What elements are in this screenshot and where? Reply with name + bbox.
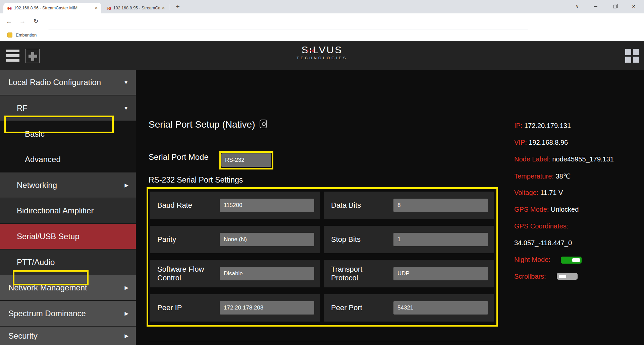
logo-antenna-icon (307, 44, 314, 55)
parity-select[interactable]: None (N) (220, 233, 314, 246)
sidebar-item-rf[interactable]: RF▼ (0, 95, 136, 121)
field-stop-bits: Stop Bits 1 (324, 226, 494, 253)
field-peer-port: Peer Port 54321 (324, 294, 494, 322)
chevron-down-icon: ▼ (123, 105, 128, 111)
browser-tab-inactive[interactable]: ((•)) 192.168.8.95 - StreamCaster MIM ✕ (103, 3, 168, 13)
tab-close-icon[interactable]: ✕ (95, 6, 98, 10)
bookmarks-bar: Embention (0, 29, 644, 41)
info-ip: IP: 172.20.179.131 (514, 122, 571, 130)
scrollbars-toggle[interactable] (557, 273, 578, 280)
dashboard-grid-icon[interactable] (625, 49, 639, 63)
field-label: Parity (157, 235, 176, 244)
field-parity: Parity None (N) (150, 226, 320, 253)
page-header: SıLVUS TECHNOLOGIES (0, 41, 644, 70)
browser-toolbar: ← → ↻ ▲ No es seguro 192.168.8.96 G ↗ ☆ … (0, 13, 644, 29)
chevron-right-icon: ▶ (124, 310, 128, 317)
browser-tab-strip: ((•)) 192.168.8.96 - StreamCaster MIM ✕ … (0, 0, 644, 13)
sidebar-item-security[interactable]: Security▶ (0, 327, 136, 345)
nav-sidebar: Local Radio Configuration▼ RF▼ Basic Adv… (0, 70, 136, 345)
sidebar-item-serial-usb-setup[interactable]: Serial/USB Setup (0, 224, 136, 250)
serial-port-mode-label: Serial Port Mode (149, 152, 209, 162)
page-title: Serial Port Setup (Native) (149, 119, 267, 130)
stop-bits-select[interactable]: 1 (393, 233, 488, 246)
sidebar-item-local-radio-configuration[interactable]: Local Radio Configuration▼ (0, 70, 136, 95)
tab-separator (170, 4, 170, 10)
serial-settings-icon (260, 120, 267, 128)
field-software-flow-control: Software Flow Control Disable (150, 260, 320, 287)
info-voltage: Voltage: 11.71 V (514, 189, 563, 197)
chevron-right-icon: ▶ (124, 333, 128, 339)
tab-close-icon[interactable]: ✕ (162, 6, 165, 10)
field-peer-ip: Peer IP 172.20.178.203 (150, 294, 320, 322)
section-divider (149, 341, 500, 341)
info-node-label: Node Label: node45955_179.131 (514, 155, 614, 163)
info-gps-coordinates-value: 34.057_-118.447_0 (514, 239, 572, 247)
new-tab-button[interactable]: + (173, 3, 182, 11)
forward-button[interactable]: → (17, 17, 28, 26)
window-minimize-button[interactable] (588, 0, 603, 13)
rs232-settings-heading: RS-232 Serial Port Settings (149, 176, 243, 185)
sidebar-item-basic[interactable]: Basic (0, 121, 136, 147)
scrollbars-label: Scrollbars: (514, 273, 546, 280)
peer-port-input[interactable]: 54321 (393, 301, 488, 315)
sidebar-item-ptt-audio[interactable]: PTT/Audio (0, 250, 136, 275)
reload-button[interactable]: ↻ (31, 17, 41, 26)
sidebar-item-bidirectional-amplifier[interactable]: Bidirectional Amplifier (0, 198, 136, 224)
sidebar-item-advanced[interactable]: Advanced (0, 147, 136, 172)
field-label: Software Flow Control (157, 265, 218, 282)
field-label: Peer IP (157, 303, 182, 312)
field-label: Peer Port (331, 303, 362, 312)
back-button[interactable]: ← (4, 17, 14, 26)
info-gps-mode: GPS Mode: Unlocked (514, 206, 579, 213)
transport-protocol-select[interactable]: UDP (393, 267, 488, 280)
field-baud-rate: Baud Rate 115200 (150, 192, 320, 219)
software-flow-control-select[interactable]: Disable (220, 267, 314, 280)
bookmark-embention[interactable]: Embention (16, 32, 37, 38)
field-label: Data Bits (331, 201, 361, 210)
window-restore-button[interactable] (607, 0, 623, 13)
chevron-right-icon: ▶ (124, 182, 128, 188)
chevron-right-icon: ▶ (124, 285, 128, 291)
info-gps-coordinates-label: GPS Coordinates: (514, 222, 568, 230)
field-label: Baud Rate (157, 201, 192, 210)
info-vip: VIP: 192.168.8.96 (514, 139, 568, 146)
night-mode-label: Night Mode: (514, 256, 550, 264)
serial-port-mode-select[interactable]: RS-232 (221, 153, 271, 167)
field-transport-protocol: Transport Protocol UDP (324, 260, 494, 287)
browser-tab-active[interactable]: ((•)) 192.168.8.96 - StreamCaster MIM ✕ (3, 3, 101, 13)
bookmark-favicon-icon (7, 32, 12, 38)
window-close-button[interactable]: ✕ (626, 0, 641, 13)
chevron-down-icon: ▼ (123, 79, 128, 85)
silvus-page: SıLVUS TECHNOLOGIES Local Radio Configur… (0, 41, 644, 345)
tab-search-icon[interactable]: ∨ (570, 0, 585, 13)
streamcaster-favicon-icon: ((•)) (107, 6, 111, 10)
baud-rate-select[interactable]: 115200 (220, 199, 314, 212)
field-data-bits: Data Bits 8 (324, 192, 494, 219)
sidebar-item-spectrum-dominance[interactable]: Spectrum Dominance▶ (0, 301, 136, 327)
sidebar-item-network-management[interactable]: Network Management▶ (0, 275, 136, 301)
field-label: Transport Protocol (331, 265, 391, 282)
info-temperature: Temperature: 38℃ (514, 172, 571, 180)
tab-title: 192.168.8.95 - StreamCaster MIM (113, 6, 160, 10)
field-label: Stop Bits (331, 235, 361, 244)
night-mode-toggle[interactable] (561, 257, 582, 264)
sidebar-item-networking[interactable]: Networking▶ (0, 172, 136, 198)
data-bits-select[interactable]: 8 (393, 199, 488, 212)
tab-title: 192.168.8.96 - StreamCaster MIM (14, 6, 93, 10)
silvus-logo: SıLVUS TECHNOLOGIES (0, 44, 644, 60)
streamcaster-favicon-icon: ((•)) (7, 6, 11, 10)
peer-ip-input[interactable]: 172.20.178.203 (220, 301, 314, 315)
